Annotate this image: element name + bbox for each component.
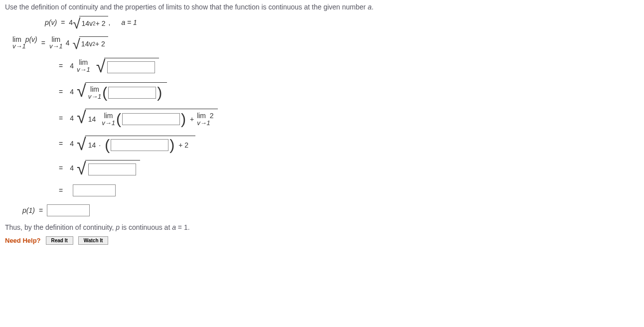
sqrt-5: √ 14 · ( ) + 2 [77,136,195,152]
lparen-5: ( [104,139,111,151]
four-4: 4 [70,114,74,122]
vto1-text: v→1 [12,43,26,50]
lim-4bt: lim [197,112,206,120]
four-3: 4 [70,88,74,96]
concl-a: Thus, by the definition of continuity, [5,223,116,231]
need-help-label: Need Help? [5,237,41,244]
radicand-3: lim v→1 ( ) [85,82,167,101]
lim-3: lim v→1 [88,86,102,100]
pv-text: p(v) [25,35,37,43]
rparen-3: ) [156,87,163,99]
need-help-row: Need Help? Read It Watch It [5,236,639,245]
vto1-3: v→1 [88,93,102,100]
lparen-4: ( [115,113,122,125]
rad-ra: 14v [81,40,93,48]
step-line-7: = [55,184,639,196]
four-5: 4 [70,140,74,148]
radicand-4: 14 lim v→1 ( ) + lim 2 v→1 [85,109,218,127]
sqrt-6: √ [77,160,140,176]
rparen-5: ) [168,139,175,151]
lim-right: lim v→1 [49,36,63,50]
eq-7: = [59,186,63,194]
sqrt-3: √ lim v→1 ( ) [77,82,167,101]
vto1-2: v→1 [77,66,90,73]
answer-input-7[interactable] [47,204,90,216]
pv-label: p(v) [45,18,57,26]
conclusion: Thus, by the definition of continuity, p… [5,223,639,231]
plus-4: + [190,115,194,123]
answer-input-1[interactable] [107,61,155,73]
concl-b: is continuous at [120,223,172,231]
concl-c: a [172,223,176,231]
prompt-text-a: Use the definition of continuity and the… [5,3,368,11]
step-line-2: = 4 lim v→1 √ [55,58,639,74]
answer-input-3[interactable] [122,113,180,125]
lim-3t: lim [90,86,99,93]
step-line-5: = 4 √ 14 · ( ) + 2 [55,136,639,152]
lim-pv-left: lim p(v) v→1 [12,36,37,50]
four-2: 4 [70,62,74,70]
lim-4at: lim [104,112,113,120]
p-of-1-line: p(1) = [22,204,639,216]
comma: , [108,18,110,26]
dot-5: · [99,141,101,149]
radicand: 14v2 + 2 [79,16,108,29]
p1-label: p(1) [22,206,35,214]
prompt-text-b: . [371,3,373,11]
p1-eq: = [39,206,43,214]
radicand-5: 14 · ( ) + 2 [85,136,195,152]
step-line-1: lim p(v) v→1 = lim v→1 4 √ 14v2 + 2 [12,36,639,50]
sqrt-2: √ [96,58,160,74]
lim-4a: lim v→1 [102,112,115,126]
four-6: 4 [70,164,74,172]
concl-d: = 1. [176,223,190,231]
answer-input-6[interactable] [73,184,116,196]
concl-p: p [116,223,120,231]
radicand-6 [85,160,140,176]
vto1-4b: v→1 [197,120,210,127]
rad-b: + 2 [96,19,106,27]
radicand-2 [104,58,159,74]
step-line-4: = 4 √ 14 lim v→1 ( ) + lim 2 v→1 [55,109,639,127]
rad-a: 14v [81,19,93,27]
lim-text: lim [12,35,21,43]
answer-input-2[interactable] [108,87,156,99]
sqrt-4: √ 14 lim v→1 ( ) + lim 2 v→1 [77,109,218,127]
sqrt-r: √ 14v2 + 2 [72,36,108,49]
question-prompt: Use the definition of continuity and the… [5,3,639,11]
coef-4: 4 [69,18,73,26]
lim-r: lim [51,35,60,43]
vto1-4a: v→1 [102,120,115,127]
lim-2t: lim [79,59,88,66]
four-r: 4 [66,39,70,47]
answer-input-5[interactable] [88,164,136,175]
eq-3: = [59,88,63,96]
two-4: 2 [210,112,214,120]
read-it-button[interactable]: Read It [46,236,73,245]
a-eq-1: a = 1 [121,18,137,26]
fourteen-4: 14 [88,115,96,123]
rparen-4: ) [180,113,187,125]
answer-input-4[interactable] [111,139,168,151]
eq-6: = [59,164,63,172]
rad-rb: + 2 [95,40,105,48]
fourteen-5: 14 [88,141,96,149]
step-line-6: = 4 √ [55,160,639,176]
eq-2: = [59,62,63,70]
sqrt-expr: √ 14v2 + 2 [73,16,108,29]
equals: = [61,18,65,26]
lparen-3: ( [101,87,108,99]
equals-1: = [41,39,45,47]
eq-4: = [59,114,63,122]
radicand-r: 14v2 + 2 [79,36,108,49]
eq-5: = [59,140,63,148]
given-function: p(v) = 4 √ 14v2 + 2 , a = 1 [45,16,639,29]
watch-it-button[interactable]: Watch It [78,236,109,245]
lim-2: lim v→1 [77,59,90,73]
vto1-r: v→1 [49,43,63,50]
plus2-5: + 2 [178,141,188,149]
lim-4b: lim 2 v→1 [197,112,213,126]
step-line-3: = 4 √ lim v→1 ( ) [55,82,639,101]
